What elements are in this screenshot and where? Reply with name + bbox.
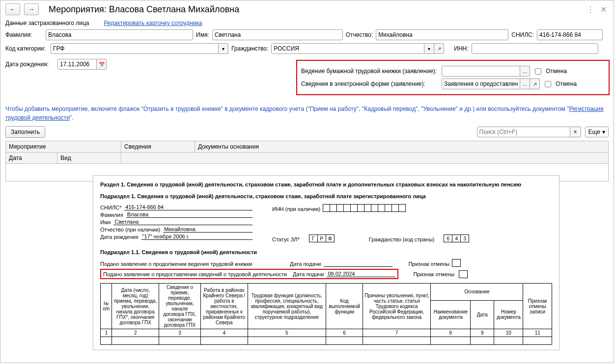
forward-button[interactable]: →	[24, 3, 39, 15]
pf-elec-date-label: Дата подачи	[293, 271, 324, 277]
pf-status-label: Статус ЗЛ*	[272, 236, 300, 242]
pf-elec-stmt-label: Подано заявление о предоставлении сведен…	[103, 271, 290, 277]
pf-surname-label: Фамилия	[100, 212, 123, 218]
col-event[interactable]: Мероприятие	[6, 141, 121, 153]
electronic-statement-input[interactable]	[442, 78, 520, 89]
citizenship-label: Гражданство:	[231, 45, 268, 52]
pf-elec-date-value: 08.02.2024	[327, 271, 395, 277]
pf-section-title: Раздел 1. Сведения о трудовой (иной) дея…	[100, 181, 552, 188]
surname-input[interactable]	[46, 29, 193, 40]
close-icon[interactable]: ✕	[600, 5, 607, 14]
electronic-statement-open-icon[interactable]: ↗	[530, 78, 540, 89]
pf-snils-value: 416-174-866 84	[124, 204, 252, 210]
back-button[interactable]: ←	[5, 3, 20, 15]
category-input[interactable]	[51, 43, 219, 54]
pf-th-1: № п/п	[101, 284, 112, 329]
inn-input[interactable]	[472, 43, 598, 54]
chevron-down-icon: ▾	[602, 129, 605, 135]
pf-th-7: Причины увольнения, пункт, часть статьи,…	[363, 284, 431, 329]
pf-name-label: Имя	[100, 219, 111, 225]
more-button[interactable]: Еще▾	[585, 127, 609, 137]
info-text: Чтобы добавить мероприятие, включите фла…	[0, 103, 614, 124]
paper-statement-cancel-checkbox[interactable]	[535, 68, 541, 75]
pf-status-boxes: Г Р Ф	[309, 234, 335, 242]
pf-paper-date-value	[324, 266, 392, 267]
pf-th-3: Сведения о приеме, переводе, увольнении,…	[159, 284, 201, 329]
electronic-statement-cancel-checkbox[interactable]	[545, 81, 551, 87]
pf-subsection1: Подраздел 1. Сведения о трудовой (иной) …	[100, 193, 552, 199]
electronic-statement-select-icon[interactable]: …	[520, 78, 530, 89]
col-info[interactable]: Сведения	[121, 141, 195, 153]
pf-paper-date-label: Дата подачи	[290, 261, 321, 267]
menu-icon[interactable]: ⋮	[587, 5, 594, 14]
snils-label: СНИЛС:	[511, 31, 534, 38]
pf-patronymic-value: Михайловна	[163, 226, 252, 233]
pf-subsection11: Подраздел 1.1. Сведения о трудовой (иной…	[100, 249, 552, 255]
pf-inn-boxes	[323, 204, 406, 212]
pf-birthdate-label: Дата рождения	[100, 234, 139, 240]
pf-th-5: Трудовая функция (должность, профессия, …	[248, 284, 326, 329]
search-clear-icon[interactable]: ×	[570, 127, 581, 137]
print-form: Раздел 1. Сведения о трудовой (иной) дея…	[93, 175, 559, 350]
patronymic-label: Отчество:	[346, 31, 373, 38]
pf-citizenship-label: Гражданство (код страны)	[369, 236, 434, 242]
pf-th-8group: Основание	[431, 284, 523, 301]
pf-inn-label: ИНН (при наличии)	[272, 206, 320, 212]
search-input[interactable]	[477, 127, 570, 137]
pf-elec-cancel-label: Признак отмены	[413, 271, 454, 277]
col-empty	[121, 153, 608, 163]
paper-statement-cancel-label: Отмена	[546, 68, 614, 75]
pf-th-4: Работа в районах Крайнего Севера / работ…	[201, 284, 248, 329]
section-label: Данные застрахованного лица	[5, 20, 89, 26]
patronymic-input[interactable]	[376, 29, 508, 40]
name-label: Имя:	[196, 31, 209, 38]
pf-electronic-stmt-highlight: Подано заявление о предоставлении сведен…	[100, 269, 398, 279]
pf-th-8: Наименование документа	[431, 300, 471, 329]
citizenship-open-icon[interactable]: ↗	[434, 43, 444, 54]
pf-elec-cancel-box	[459, 270, 468, 278]
window-title: Мероприятия: Власова Светлана Михайловна	[49, 4, 583, 15]
citizenship-input[interactable]	[271, 43, 424, 54]
pf-th-2: Дата (число, месяц, год) приема, перевод…	[112, 284, 159, 329]
col-docs[interactable]: Документы основания	[195, 141, 608, 153]
pf-th-10: Номер документа	[494, 300, 523, 329]
inn-label: ИНН:	[454, 45, 468, 52]
pf-surname-value: Власова	[126, 211, 252, 218]
citizenship-chevron-down-icon[interactable]: ▾	[424, 43, 434, 54]
electronic-statement-label: Сведения в электронной форме (заявление)…	[301, 80, 439, 87]
pf-paper-cancel-label: Признак отмены	[408, 261, 449, 267]
pf-table: № п/п Дата (число, месяц, год) приема, п…	[100, 283, 552, 345]
pf-paper-stmt-label: Подано заявление о продолжении ведения т…	[100, 261, 287, 267]
pf-th-6: Код выполняемой функции	[326, 284, 363, 329]
pf-th-11: Признак отмены записи	[523, 284, 552, 329]
surname-label: Фамилия:	[5, 31, 43, 38]
paper-statement-select-icon[interactable]: …	[520, 66, 530, 77]
col-date[interactable]: Дата	[6, 153, 57, 163]
paper-statement-input[interactable]	[442, 66, 520, 77]
category-chevron-down-icon[interactable]: ▾	[219, 43, 228, 54]
edit-employee-link[interactable]: Редактировать карточку сотрудника	[104, 20, 202, 26]
birthdate-label: Дата рождения:	[5, 61, 55, 68]
pf-citizenship-boxes: 6 4 3	[444, 234, 469, 242]
pf-patronymic-label: Отчество (при наличии)	[100, 227, 160, 233]
electronic-statement-cancel-label: Отмена	[556, 80, 614, 87]
pf-name-value: Светлана	[113, 219, 252, 225]
pf-birthdate-value: "17" ноября 2006 г.	[141, 234, 252, 240]
snils-input[interactable]	[537, 29, 603, 40]
pf-snils-label: СНИЛС*	[100, 205, 121, 210]
birthdate-input[interactable]	[57, 59, 97, 70]
name-input[interactable]	[212, 29, 343, 40]
fill-button[interactable]: Заполнить	[5, 126, 45, 138]
calendar-icon[interactable]: 📅	[97, 59, 107, 70]
statements-block: Ведение бумажной трудовой книжки (заявле…	[296, 60, 610, 95]
category-label: Код категории:	[5, 45, 48, 52]
pf-th-9: Дата	[471, 300, 494, 329]
pf-paper-cancel-box	[452, 259, 461, 267]
col-type[interactable]: Вид	[57, 153, 121, 163]
paper-statement-label: Ведение бумажной трудовой книжки (заявле…	[301, 68, 439, 75]
events-grid-header: Мероприятие Сведения Документы основания…	[5, 141, 609, 164]
